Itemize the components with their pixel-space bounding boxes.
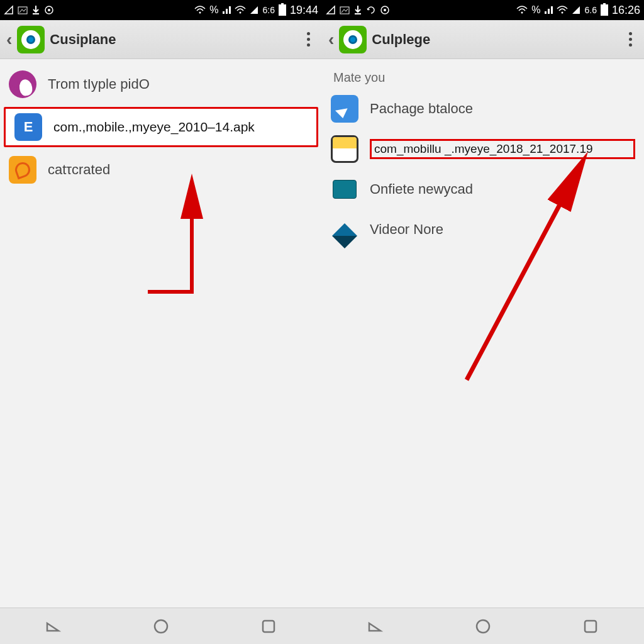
nav-home[interactable] (148, 614, 174, 639)
overflow-menu[interactable] (623, 32, 638, 47)
app-icon (339, 26, 367, 53)
svg-point-7 (155, 620, 167, 633)
list-item-highlighted[interactable]: E com.,mobile.,myeye_2010–14.apk (4, 107, 318, 147)
nav-recent[interactable] (256, 614, 281, 639)
battery-pct: 6:6 (262, 5, 274, 15)
nav-home[interactable] (470, 614, 496, 639)
svg-rect-8 (263, 621, 274, 632)
app-icon (17, 26, 45, 53)
clock: 19:44 (290, 4, 318, 17)
content-area: Mate you Pachage btaloce com_mobillu _.m… (322, 59, 644, 608)
file-icon-e: E (14, 113, 42, 141)
right-panel: % 6.6 16:26 ‹ Culplege Mate you Pachage … (322, 0, 644, 644)
signal-icon-2 (250, 6, 258, 14)
signal-icon (544, 6, 553, 14)
nav-bar (322, 608, 644, 644)
status-bar: % 6.6 16:26 (322, 0, 644, 20)
wifi-icon-2 (235, 6, 246, 14)
list-item[interactable]: catτcrated (0, 150, 322, 190)
nav-recent[interactable] (578, 614, 603, 639)
status-bar: % 6:6 19:44 (0, 0, 322, 20)
image-icon (18, 5, 28, 15)
list-item[interactable]: Videor Nore (322, 209, 644, 250)
app-icon-teal (333, 180, 357, 199)
svg-point-14 (521, 12, 523, 14)
list-item[interactable]: Pachage btaloce (322, 89, 644, 129)
item-label: Videor Nore (370, 221, 635, 238)
list-item[interactable]: Trom tIyple pidO (0, 64, 322, 104)
app-icon-arrow (331, 95, 358, 123)
nav-back[interactable] (41, 614, 66, 639)
signal-icon (222, 6, 231, 14)
svg-rect-18 (585, 621, 596, 632)
app-icon-diamond (332, 211, 357, 236)
sync-icon (366, 5, 376, 15)
download-icon (31, 5, 40, 15)
wifi-icon (516, 6, 528, 14)
nav-back[interactable] (363, 614, 388, 639)
app-icon-yellow (331, 135, 358, 163)
item-label: Trom tIyple pidO (48, 76, 313, 92)
svg-point-6 (240, 12, 242, 14)
target-icon (380, 5, 390, 15)
percent-label: % (209, 4, 218, 16)
wifi-icon-2 (557, 6, 568, 14)
content-area: Trom tIyple pidO E com.,mobile.,myeye_20… (0, 59, 322, 608)
svg-point-5 (199, 12, 201, 14)
wifi-icon (194, 6, 206, 14)
battery-icon (601, 4, 608, 16)
nav-bar (0, 608, 322, 644)
app-title: Cusiplane (50, 31, 296, 48)
svg-point-15 (562, 12, 564, 14)
svg-point-17 (477, 620, 489, 633)
battery-icon (279, 4, 286, 16)
download-icon (353, 5, 362, 15)
back-button[interactable]: ‹ (6, 30, 12, 50)
app-title: Culplege (372, 31, 618, 48)
item-label: com.,mobile.,myeye_2010–14.apk (53, 119, 308, 135)
back-button[interactable]: ‹ (328, 30, 334, 50)
list-item-highlighted[interactable]: com_mobillu _.myeye_2018_21_2017.19 (322, 129, 644, 169)
battery-pct: 6.6 (584, 5, 596, 15)
app-icon-purple (9, 70, 36, 98)
image-icon (340, 5, 350, 15)
app-bar: ‹ Cusiplane (0, 20, 322, 59)
left-panel: % 6:6 19:44 ‹ Cusiplane Trom tIyple pidO… (0, 0, 322, 644)
overflow-menu[interactable] (301, 32, 316, 47)
app-icon-orange (9, 156, 36, 184)
item-label: Onfiete newycad (370, 181, 635, 197)
clock: 16:26 (612, 4, 640, 17)
percent-label: % (531, 4, 540, 16)
app-bar: ‹ Culplege (322, 20, 644, 59)
sim-icon (326, 5, 336, 15)
annotation-arrow (135, 185, 211, 301)
item-label: com_mobillu _.myeye_2018_21_2017.19 (370, 139, 635, 159)
item-label: Pachage btaloce (370, 101, 635, 117)
sim-icon (4, 5, 14, 15)
list-item[interactable]: Onfiete newycad (322, 169, 644, 209)
svg-point-13 (384, 9, 386, 11)
item-label: catτcrated (48, 162, 313, 178)
section-header: Mate you (322, 64, 644, 89)
target-icon (44, 5, 54, 15)
svg-point-4 (48, 9, 50, 11)
signal-icon-2 (572, 6, 580, 14)
